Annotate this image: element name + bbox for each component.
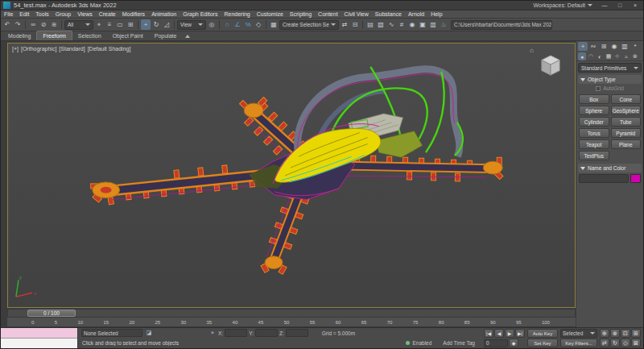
object-type-button[interactable]: Box [579, 94, 609, 104]
zoom-region-icon[interactable]: ⊞ [631, 329, 641, 338]
unlink-selection-icon[interactable]: ⊘ [39, 19, 48, 30]
viewport-general-menu[interactable]: [+] [12, 46, 19, 52]
ribbon-toggle-icon[interactable]: ▧ [376, 19, 386, 30]
primitives-dropdown[interactable]: Standard Primitives [578, 63, 642, 73]
object-type-button[interactable]: Torus [579, 128, 609, 138]
menu-item[interactable]: Content [315, 10, 341, 18]
coord-z-field[interactable] [286, 329, 308, 337]
object-type-button[interactable]: GeoSphere [611, 106, 642, 115]
selection-lock-icon[interactable]: ◪ [145, 330, 153, 336]
tab-modeling[interactable]: Modeling [2, 31, 36, 40]
separator[interactable] [266, 20, 266, 29]
menu-item[interactable]: Scripting [287, 10, 315, 18]
lights-category-icon[interactable]: ◐ [596, 52, 604, 60]
separator[interactable] [362, 20, 363, 29]
object-type-button[interactable]: Teapot [579, 139, 609, 149]
display-tab-icon[interactable]: ▥ [620, 42, 630, 51]
auto-key-button[interactable]: Auto Key [527, 329, 558, 338]
named-selection-set-field[interactable]: Create Selection Se [279, 20, 339, 30]
set-key-button[interactable]: Set Key [527, 339, 558, 347]
spinner-snap-icon[interactable]: ◇ [254, 19, 263, 30]
go-to-end-button[interactable]: ▶| [515, 329, 525, 338]
snap-toggle-icon[interactable]: ∩ [222, 19, 232, 30]
select-object-icon[interactable]: ⌖ [94, 19, 104, 30]
curve-editor-icon[interactable]: ∿ [386, 19, 396, 30]
separator[interactable] [61, 20, 62, 29]
tab-populate[interactable]: Populate [149, 31, 183, 40]
edit-named-selections-icon[interactable]: ▦ [269, 19, 279, 30]
project-folder-field[interactable]: C:\Users\hbartar\Documents\3ds Max 2022 … [451, 20, 552, 30]
time-slider-handle[interactable]: 0 / 100 [27, 310, 76, 317]
menu-item[interactable]: Rendering [221, 10, 253, 18]
field-of-view-icon[interactable]: ◇ [621, 339, 630, 347]
undo-icon[interactable]: ↶ [2, 19, 12, 30]
menu-item[interactable]: Graph Editors [180, 10, 221, 18]
render-icon[interactable]: ♨ [439, 19, 448, 30]
selection-filter-dropdown[interactable]: All [64, 20, 93, 30]
helpers-category-icon[interactable]: ⊹ [613, 52, 621, 60]
scene-model[interactable]: x y [8, 44, 575, 307]
enabled-label[interactable]: Enabled [413, 340, 432, 346]
zoom-extents-icon[interactable]: ⊡ [621, 329, 630, 338]
separator[interactable] [219, 20, 220, 29]
separator[interactable] [138, 20, 138, 29]
use-pivot-point-icon[interactable]: ◎ [207, 19, 217, 30]
object-type-button[interactable]: TextPlus [579, 151, 609, 160]
viewport-per-view-menu[interactable]: [Standard] [59, 46, 85, 52]
name-color-swatch[interactable] [630, 174, 641, 183]
viewport-pov-menu[interactable]: [Orthographic] [21, 46, 56, 52]
rendered-frame-icon[interactable]: ▥ [428, 19, 438, 30]
object-type-rollout[interactable]: Object Type [578, 75, 642, 84]
space-warps-category-icon[interactable]: ≈ [622, 52, 630, 60]
selection-set-dropdown[interactable]: Selected [560, 329, 597, 338]
tab-object-paint[interactable]: Object Paint [107, 31, 149, 40]
viewport-shading-menu[interactable]: [Default Shading] [88, 46, 131, 52]
object-type-button[interactable]: Cone [611, 94, 642, 104]
maximize-button[interactable]: □ [614, 2, 625, 8]
redo-icon[interactable]: ↷ [13, 19, 23, 30]
maxscript-macro-recorder[interactable] [1, 328, 77, 339]
window-crossing-icon[interactable]: ⊞ [126, 19, 135, 30]
menu-item[interactable]: Civil View [341, 10, 372, 18]
coord-y-field[interactable] [255, 329, 278, 337]
create-tab-icon[interactable]: + [578, 42, 588, 51]
menu-item[interactable]: File [1, 10, 16, 18]
menu-item[interactable]: Customize [254, 10, 287, 18]
time-slider[interactable]: 0 / 100 [7, 309, 576, 318]
key-filters-button[interactable]: Key Filters... [560, 339, 597, 347]
layer-manager-icon[interactable]: ▤ [365, 19, 375, 30]
separator[interactable] [174, 20, 175, 29]
menu-item[interactable]: Arnold [405, 10, 427, 18]
menu-item[interactable]: Substance [372, 10, 405, 18]
motion-tab-icon[interactable]: ◉ [609, 42, 619, 51]
shapes-category-icon[interactable]: ◠ [587, 52, 595, 60]
menu-item[interactable]: Group [52, 10, 74, 18]
systems-category-icon[interactable]: ⊛ [631, 52, 639, 60]
current-frame-field[interactable]: 0 [484, 339, 508, 347]
maxscript-listener-line[interactable] [1, 339, 77, 348]
select-and-link-icon[interactable]: ∞ [28, 19, 38, 30]
render-setup-icon[interactable]: ▣ [418, 19, 427, 30]
object-type-button[interactable]: Plane [611, 139, 642, 149]
schematic-view-icon[interactable]: # [397, 19, 407, 30]
material-editor-icon[interactable]: ◉ [407, 19, 417, 30]
viewport[interactable]: x y [+] [Orthographic] [Standard] [Defau… [7, 43, 576, 308]
previous-frame-button[interactable]: ◀ [494, 329, 504, 338]
add-time-tag[interactable]: Add Time Tag [443, 340, 475, 346]
hierarchy-tab-icon[interactable]: ⊞ [599, 42, 609, 51]
menu-item[interactable]: Views [74, 10, 96, 18]
zoom-icon[interactable]: ⊕ [600, 329, 609, 338]
menu-item[interactable]: Modifiers [119, 10, 148, 18]
close-button[interactable]: × [630, 2, 641, 8]
app-logo-icon[interactable] [3, 2, 10, 9]
track-bar[interactable]: 0510152025303540455055606570758085909510… [7, 318, 576, 327]
object-type-button[interactable]: Sphere [579, 106, 609, 115]
rectangular-selection-region-icon[interactable]: ▭ [115, 19, 125, 30]
align-icon[interactable]: ⊟ [350, 19, 360, 30]
object-name-field[interactable] [579, 174, 629, 183]
coord-x-field[interactable] [225, 329, 247, 337]
name-color-rollout[interactable]: Name and Color [578, 164, 642, 172]
angle-snap-icon[interactable]: ∠ [233, 19, 242, 30]
go-to-start-button[interactable]: |◀ [484, 329, 493, 338]
bind-to-space-warp-icon[interactable]: ≋ [49, 19, 59, 30]
